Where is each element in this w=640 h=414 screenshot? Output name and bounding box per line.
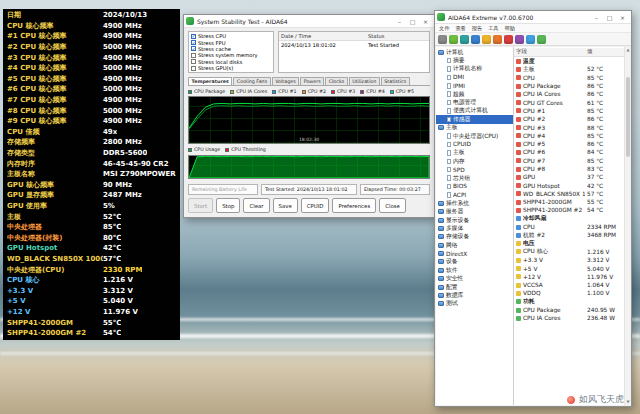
sensor-row[interactable]: CPU Package 86 °C: [514, 82, 630, 90]
tree-item[interactable]: 超频: [436, 90, 513, 98]
tree-item[interactable]: 测试: [436, 300, 513, 308]
legend-item[interactable]: CPU #5: [390, 89, 414, 94]
tree-item[interactable]: 多媒体: [436, 224, 513, 232]
sensor-row[interactable]: CPU #1 85 °C: [514, 107, 630, 115]
tree-item[interactable]: BIOS: [436, 182, 513, 190]
tab[interactable]: Voltages: [272, 77, 300, 85]
action-button[interactable]: Save: [273, 198, 298, 213]
tree-item[interactable]: 便携式计算机: [436, 107, 513, 115]
tree-item[interactable]: 计算机: [436, 48, 513, 56]
menu-item[interactable]: 文件: [439, 25, 449, 32]
title-bar[interactable]: System Stability Test - AIDA64 – □ ×: [184, 15, 434, 28]
tree-item[interactable]: DMI: [436, 73, 513, 81]
toolbar-icon[interactable]: [493, 35, 502, 44]
toolbar-icon[interactable]: [460, 35, 469, 44]
toolbar-icon[interactable]: [482, 35, 491, 44]
scroll-up-icon[interactable]: ▲: [625, 47, 630, 53]
checkbox-icon[interactable]: [191, 40, 196, 45]
sensor-row[interactable]: 冷却风扇: [514, 215, 630, 223]
sensor-row[interactable]: CPU Package 240.95 W: [514, 306, 630, 314]
toolbar-icon[interactable]: [515, 35, 524, 44]
sensor-row[interactable]: CPU 85 °C: [514, 74, 630, 82]
tab[interactable]: Cooling Fans: [233, 77, 270, 85]
sensor-row[interactable]: CPU #8 83 °C: [514, 165, 630, 173]
tab[interactable]: Powers: [300, 77, 324, 85]
sensor-row[interactable]: CPU 核心 1.216 V: [514, 248, 630, 256]
tree-item[interactable]: 计算机名称: [436, 65, 513, 73]
toolbar-icon[interactable]: [537, 35, 546, 44]
toolbar-icon[interactable]: [471, 35, 480, 44]
checkbox-icon[interactable]: [191, 59, 196, 64]
sensor-row[interactable]: CPU 2334 RPM: [514, 223, 630, 231]
sensor-row[interactable]: +12 V 11.976 V: [514, 273, 630, 281]
scroll-down-icon[interactable]: ▼: [625, 399, 630, 405]
sensor-row[interactable]: 电压: [514, 240, 630, 248]
scrollbar-thumb[interactable]: [626, 77, 630, 157]
sensor-row[interactable]: 机箱 #2 3468 RPM: [514, 231, 630, 239]
tree-item[interactable]: 存储设备: [436, 233, 513, 241]
menu-item[interactable]: 报告: [472, 25, 482, 32]
action-button[interactable]: Clear: [243, 198, 269, 213]
sensor-row[interactable]: 温度: [514, 57, 630, 65]
sensor-row[interactable]: CPU GT Cores 61 °C: [514, 98, 630, 106]
legend-item[interactable]: CPU Throttling: [225, 147, 266, 152]
tree-item[interactable]: 中央处理器(CPU): [436, 132, 513, 140]
action-button[interactable]: Start: [188, 198, 213, 213]
legend-item[interactable]: CPU #2: [302, 89, 326, 94]
tree-item[interactable]: 网络: [436, 241, 513, 249]
checkbox-icon[interactable]: [191, 66, 196, 71]
action-button[interactable]: Close: [379, 198, 406, 213]
tab[interactable]: Temperatures: [188, 77, 232, 85]
tree-item[interactable]: ACPI: [436, 191, 513, 199]
checkbox-icon[interactable]: [191, 53, 196, 58]
tree-item[interactable]: 电源管理: [436, 98, 513, 106]
maximize-icon[interactable]: □: [603, 12, 616, 23]
sensor-row[interactable]: VDDQ 1.100 V: [514, 289, 630, 297]
sensor-row[interactable]: CPU IA Cores 86 °C: [514, 90, 630, 98]
action-button[interactable]: Preferences: [332, 198, 376, 213]
checkbox-icon[interactable]: [191, 34, 196, 39]
legend-item[interactable]: CPU Package: [188, 89, 225, 94]
tree-item[interactable]: 配置: [436, 283, 513, 291]
menu-item[interactable]: 帮助: [505, 25, 515, 32]
sensor-row[interactable]: CPU IA Cores 236.48 W: [514, 314, 630, 322]
sensor-row[interactable]: +5 V 5.040 V: [514, 264, 630, 272]
tree-item[interactable]: 主板: [436, 124, 513, 132]
tab[interactable]: Statistics: [381, 77, 410, 85]
menu-item[interactable]: 查看: [455, 25, 465, 32]
tree-item[interactable]: 设备: [436, 258, 513, 266]
tab[interactable]: Utilization: [349, 77, 380, 85]
checkbox-icon[interactable]: [191, 46, 196, 51]
legend-item[interactable]: CPU IA Cores: [230, 89, 267, 94]
toolbar-icon[interactable]: [526, 35, 535, 44]
legend-item[interactable]: CPU #1: [272, 89, 296, 94]
close-icon[interactable]: ×: [616, 12, 629, 23]
sensor-row[interactable]: CPU #2 86 °C: [514, 115, 630, 123]
title-bar[interactable]: AIDA64 Extreme v7.00.6700 – □ ×: [435, 11, 631, 24]
tree-item[interactable]: 软件: [436, 266, 513, 274]
maximize-icon[interactable]: □: [406, 16, 419, 27]
tree-item[interactable]: 操作系统: [436, 199, 513, 207]
tree-item[interactable]: 安全性: [436, 275, 513, 283]
action-button[interactable]: Stop: [216, 198, 240, 213]
menu-item[interactable]: 工具: [488, 25, 498, 32]
sensor-row[interactable]: WD_BLACK SN850X 1000GB 57 °C: [514, 190, 630, 198]
sensor-row[interactable]: GPU 37 °C: [514, 173, 630, 181]
toolbar-icon[interactable]: [438, 35, 447, 44]
legend-item[interactable]: CPU #3: [331, 89, 355, 94]
tree-item[interactable]: 服务器: [436, 207, 513, 215]
tree-item[interactable]: 显示设备: [436, 216, 513, 224]
minimize-icon[interactable]: –: [393, 16, 406, 27]
sensor-row[interactable]: 主板 52 °C: [514, 65, 630, 73]
close-icon[interactable]: ×: [419, 16, 432, 27]
tree-item[interactable]: 传感器: [436, 115, 513, 123]
legend-item[interactable]: CPU #4: [360, 89, 384, 94]
sensor-row[interactable]: +3.3 V 3.312 V: [514, 256, 630, 264]
tree-item[interactable]: 数据库: [436, 291, 513, 299]
toolbar-icon[interactable]: [504, 35, 513, 44]
sensor-row[interactable]: SHPP41-2000GM #2 54 °C: [514, 206, 630, 214]
tree-item[interactable]: 摘要: [436, 56, 513, 64]
legend-item[interactable]: CPU Usage: [188, 147, 220, 152]
sensor-row[interactable]: CPU #7 85 °C: [514, 157, 630, 165]
tree-item[interactable]: CPUID: [436, 140, 513, 148]
